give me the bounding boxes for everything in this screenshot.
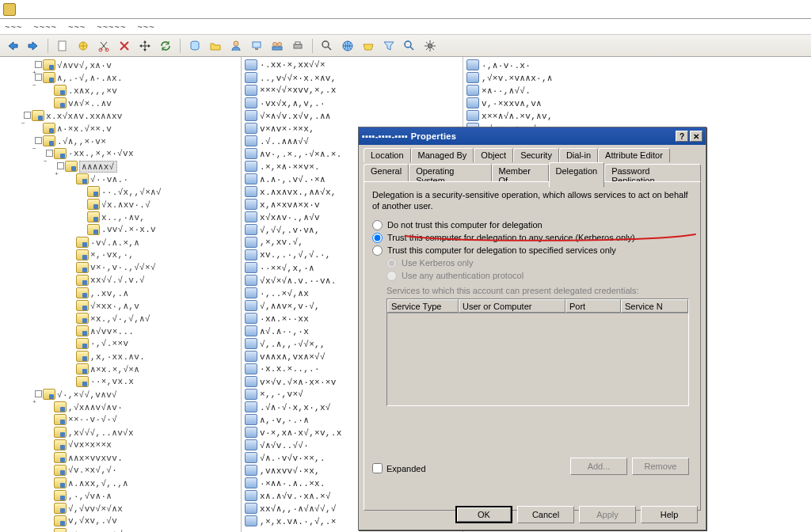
forward-button[interactable] (25, 38, 41, 54)
tb-move[interactable] (137, 38, 153, 54)
col-service-type[interactable]: Service Type (387, 299, 459, 313)
menu-item[interactable]: ~~~ (137, 22, 154, 32)
tree-node[interactable]: ·v√.∧.×,∧ (2, 236, 239, 249)
tb-group[interactable] (269, 38, 285, 54)
ok-button[interactable]: OK (455, 506, 512, 523)
tree-node[interactable]: ∧√vv×... (2, 325, 239, 337)
tree-node[interactable]: ×x.,√·,√,∧√ (2, 312, 239, 325)
tree-node[interactable]: ×∧.·.vv·∧√,, (2, 527, 239, 532)
tree-node[interactable]: ∧,.·√,∧·.∧x. (2, 71, 239, 84)
tree-node[interactable]: √x.∧xv·.√ (2, 198, 239, 211)
tree-node[interactable]: ∧×x.×,√×∧ (2, 363, 239, 375)
tree-node[interactable]: √vx×x××x (2, 439, 239, 451)
tree-node[interactable]: ∧∧x×vvxvv. (2, 451, 239, 464)
tb-search[interactable] (402, 38, 417, 54)
tb-refresh[interactable] (158, 38, 173, 54)
list-item[interactable]: ·vx√x,∧,v,.· (242, 97, 463, 109)
dialog-title-bar[interactable]: ▪▪▪▪-▪▪▪▪-▪▪▪▪ Properties ? ✕ (359, 127, 706, 145)
tree-node[interactable]: ,x,·xx.∧v. (2, 350, 239, 363)
tb-cut[interactable] (96, 38, 112, 54)
tree-node[interactable]: x.x√x∧v.xx∧∧xv (2, 109, 239, 122)
tree-node[interactable]: ··×,vx.x (2, 375, 239, 388)
col-user-or-computer[interactable]: User or Computer (459, 299, 565, 313)
tree-node[interactable]: ··.√x,,√×∧√ (2, 185, 239, 198)
tb-new[interactable] (75, 38, 91, 54)
tb-globe[interactable] (340, 38, 356, 54)
help-button[interactable]: Help (641, 506, 698, 523)
tb-user[interactable] (228, 38, 244, 54)
tree-node[interactable]: ·xx.,×,×·√vx (2, 147, 239, 160)
list-item[interactable]: ×∧··,∧√√. (463, 84, 811, 97)
col-port[interactable]: Port (565, 299, 621, 313)
tree-node[interactable]: ∧·×x.√××.v (2, 122, 239, 135)
tree-node[interactable]: .vv√.×·x.v (2, 223, 239, 236)
tb-db[interactable] (187, 38, 203, 54)
tree-node[interactable]: x..,·∧v, (2, 211, 239, 223)
tree-view[interactable]: √∧vv√,x∧·v∧,.·√,∧·.∧x..x∧x,,,×vv∧√×..∧vx… (0, 57, 242, 532)
tree-node[interactable]: v×·,v·.,√√×√ (2, 261, 239, 274)
tree-node[interactable]: ,√x∧∧v√∧v· (2, 401, 239, 413)
tree-node[interactable]: ,·,√v∧·∧ (2, 489, 239, 502)
col-service-name[interactable]: Service N (621, 299, 688, 313)
tree-node[interactable]: ,x√√√,..∧v√x (2, 426, 239, 439)
tree-node[interactable]: ·,√.××v (2, 337, 239, 350)
tree-node[interactable]: ∧.∧xx,√,.,∧ (2, 477, 239, 489)
tb-gear[interactable] (422, 38, 438, 54)
tb-find[interactable] (319, 38, 335, 54)
back-button[interactable] (5, 38, 21, 54)
radio-do-not-trust-input[interactable] (372, 220, 383, 230)
menu-item[interactable]: ~~~~ (33, 22, 57, 32)
list-item[interactable]: v,·×xxv∧,v∧ (463, 97, 811, 109)
cancel-button[interactable]: Cancel (517, 506, 574, 523)
expanded-checkbox-input[interactable] (372, 463, 383, 473)
tab-dial-in[interactable]: Dial-in (559, 148, 598, 162)
close-button[interactable]: ✕ (690, 131, 702, 142)
radio-trust-specified[interactable]: Trust this computer for delegation to sp… (372, 245, 692, 256)
tab-object[interactable]: Object (474, 148, 513, 162)
tab-managed-by[interactable]: Managed By (411, 148, 474, 162)
tb-printer[interactable] (290, 38, 306, 54)
radio-trust-any[interactable]: Trust this computer for delegation to an… (372, 233, 692, 243)
tree-node[interactable]: √×xx·,∧,v (2, 299, 239, 312)
list-item[interactable]: x××∧√∧.×v,∧v, (463, 109, 811, 122)
tree-node[interactable]: xx√√.√.v.√ (2, 274, 239, 287)
menu-bar[interactable]: ~~~ ~~~~ ~~~ ~~~~~ ~~~ (0, 19, 811, 35)
tree-node[interactable]: v∧√×..∧v (2, 97, 239, 109)
tree-node[interactable]: ,.xv,.∧ (2, 287, 239, 299)
tree-node[interactable]: √·,×√√,v∧v√ (2, 388, 239, 401)
list-item[interactable]: ·.xx·×,xx√√× (242, 59, 463, 71)
list-item[interactable]: ,√×v.×v∧∧x·,∧ (463, 71, 811, 84)
list-item[interactable]: √×∧√v.x√v,.∧∧ (242, 109, 463, 122)
menu-item[interactable]: ~~~ (68, 22, 86, 32)
tb-computer[interactable] (249, 38, 265, 54)
tree-node[interactable]: v,√xv,.√v (2, 515, 239, 527)
menu-item[interactable]: ~~~ (5, 22, 22, 32)
tree-node[interactable]: √∧vv√,x∧·v (2, 59, 239, 71)
radio-do-not-trust[interactable]: Do not trust this computer for delegatio… (372, 220, 692, 230)
tree-node[interactable]: √,√vv√×√∧x (2, 502, 239, 515)
tree-node[interactable]: .√∧,,×·v× (2, 135, 239, 147)
radio-trust-any-input[interactable] (372, 233, 383, 243)
list-item[interactable]: ×××√√×xvv,×,.x (242, 84, 463, 97)
tb-folder[interactable] (208, 38, 223, 54)
tab-location[interactable]: Location (364, 148, 411, 162)
tree-node[interactable]: ∧∧∧∧x√ (2, 160, 239, 173)
tree-node[interactable]: √··v∧.· (2, 173, 239, 185)
list-item[interactable]: ..,v√√×·x.×∧v, (242, 71, 463, 84)
list-item[interactable]: ·,∧·v·.x· (463, 59, 811, 71)
tree-node[interactable]: ×,·vx,·, (2, 249, 239, 261)
tb-page[interactable] (55, 38, 70, 54)
expanded-checkbox[interactable]: Expanded (372, 463, 426, 473)
tree-node[interactable]: ××··v·√·√ (2, 413, 239, 426)
tab-security[interactable]: Security (513, 148, 559, 162)
tb-home[interactable] (360, 38, 376, 54)
menu-item[interactable]: ~~~~~ (97, 22, 126, 32)
tb-funnel[interactable] (381, 38, 397, 54)
tab-delegation[interactable]: Delegation (549, 162, 605, 188)
radio-trust-specified-input[interactable] (372, 245, 383, 256)
tb-delete[interactable] (116, 38, 132, 54)
tree-node[interactable]: √v.×x√,√· (2, 464, 239, 477)
help-button[interactable]: ? (676, 131, 688, 142)
tab-attribute-editor[interactable]: Attribute Editor (598, 148, 670, 162)
tree-node[interactable]: .x∧x,,,×v (2, 84, 239, 97)
